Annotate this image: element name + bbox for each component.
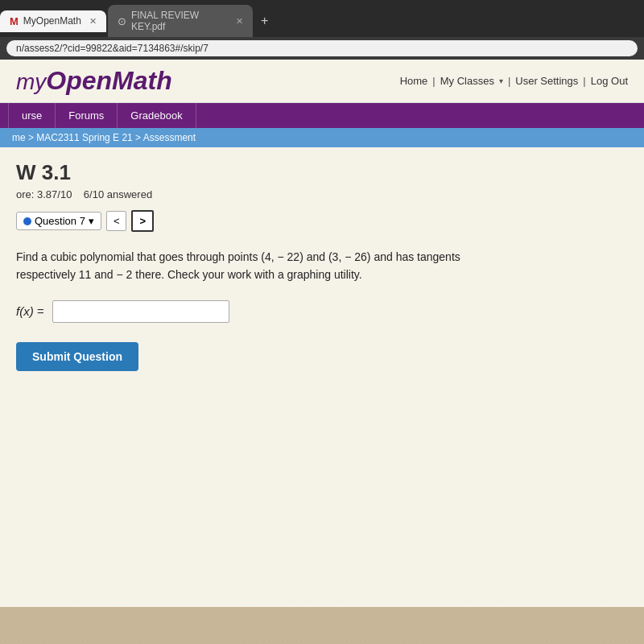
nav-home[interactable]: Home bbox=[400, 75, 428, 87]
nav-sep2: | bbox=[508, 75, 510, 87]
tab-label-pdf: FINAL REVIEW KEY.pdf bbox=[131, 10, 228, 32]
breadcrumb-text: me > MAC2311 Spring E 21 > Assessment bbox=[12, 132, 196, 143]
nav-my-classes-dropdown[interactable]: ▾ bbox=[499, 76, 503, 85]
nav-log-out[interactable]: Log Out bbox=[591, 75, 628, 87]
nav-user-settings[interactable]: User Settings bbox=[515, 75, 578, 87]
nav-sep3: | bbox=[583, 75, 585, 87]
tab-icon-mail: M bbox=[10, 15, 19, 27]
question-text: Find a cubic polynomial that goes throug… bbox=[16, 248, 564, 284]
site-nav: Home | My Classes ▾ | User Settings | Lo… bbox=[400, 75, 628, 87]
question-text-line1: Find a cubic polynomial that goes throug… bbox=[16, 250, 460, 263]
page-content: myOpenMath Home | My Classes ▾ | User Se… bbox=[0, 60, 644, 607]
answered-count: 6/10 answered bbox=[84, 188, 152, 200]
tab-icon-pdf: ⊙ bbox=[118, 15, 126, 27]
subnav-course[interactable]: urse bbox=[8, 103, 56, 128]
tab-pdf[interactable]: ⊙ FINAL REVIEW KEY.pdf ✕ bbox=[108, 5, 253, 37]
tab-bar: M MyOpenMath ✕ ⊙ FINAL REVIEW KEY.pdf ✕ … bbox=[0, 0, 644, 37]
subnav-gradebook[interactable]: Gradebook bbox=[118, 103, 196, 128]
browser-chrome: M MyOpenMath ✕ ⊙ FINAL REVIEW KEY.pdf ✕ … bbox=[0, 0, 644, 60]
prev-question-button[interactable]: < bbox=[106, 211, 127, 231]
tab-close-pdf[interactable]: ✕ bbox=[236, 16, 243, 27]
submit-question-button[interactable]: Submit Question bbox=[16, 342, 138, 371]
next-question-button[interactable]: > bbox=[131, 210, 154, 232]
tab-close-myopenmath[interactable]: ✕ bbox=[89, 16, 97, 27]
tab-label-myopenmath: MyOpenMath bbox=[23, 15, 81, 27]
nav-my-classes[interactable]: My Classes bbox=[440, 75, 494, 87]
question-dot bbox=[23, 217, 31, 225]
question-text-line2: respectively 11 and − 2 there. Check you… bbox=[16, 268, 362, 281]
new-tab-button[interactable]: + bbox=[254, 10, 275, 31]
address-bar[interactable]: n/assess2/?cid=99822&aid=7134863#/skip/7 bbox=[6, 40, 638, 56]
assignment-title: W 3.1 bbox=[16, 160, 628, 185]
site-logo: myOpenMath bbox=[16, 66, 172, 96]
nav-sep1: | bbox=[432, 75, 435, 87]
sub-nav: urse Forums Gradebook bbox=[0, 103, 644, 128]
logo-prefix: my bbox=[16, 69, 46, 94]
score-info: ore: 3.87/10 6/10 answered bbox=[16, 188, 628, 200]
breadcrumb: me > MAC2311 Spring E 21 > Assessment bbox=[0, 128, 644, 147]
answer-prefix: f(x) = bbox=[16, 304, 44, 318]
question-selector[interactable]: Question 7 ▾ bbox=[16, 212, 101, 230]
subnav-forums[interactable]: Forums bbox=[56, 103, 118, 128]
main-content: W 3.1 ore: 3.87/10 6/10 answered Questio… bbox=[0, 147, 644, 384]
address-bar-row: n/assess2/?cid=99822&aid=7134863#/skip/7 bbox=[0, 37, 644, 60]
tab-myopenmath[interactable]: M MyOpenMath ✕ bbox=[0, 10, 106, 32]
answer-input[interactable] bbox=[52, 300, 229, 323]
question-label: Question 7 bbox=[35, 215, 85, 227]
answer-row: f(x) = bbox=[16, 300, 628, 323]
question-dropdown-arrow[interactable]: ▾ bbox=[89, 215, 94, 227]
question-nav: Question 7 ▾ < > bbox=[16, 210, 628, 232]
score-value: ore: 3.87/10 bbox=[16, 188, 72, 200]
site-header: myOpenMath Home | My Classes ▾ | User Se… bbox=[0, 60, 644, 103]
logo-main: OpenMath bbox=[46, 66, 171, 95]
